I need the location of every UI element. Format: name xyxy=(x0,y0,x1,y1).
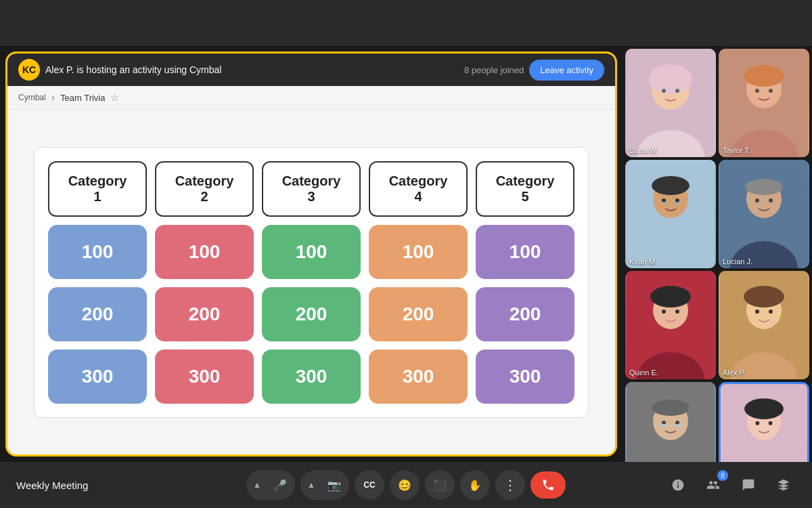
avatar-alex xyxy=(719,271,809,379)
svg-point-9 xyxy=(744,65,784,87)
camera-group: ▲ 📷 xyxy=(300,470,349,500)
avatar-taylor xyxy=(719,49,809,157)
participant-name-lucian: Lucian J. xyxy=(723,257,752,266)
leave-activity-button[interactable]: Leave activity xyxy=(529,60,604,81)
cc-button[interactable]: CC xyxy=(356,471,383,499)
svg-point-29 xyxy=(650,286,691,308)
cymbal-logo-icon: KC xyxy=(18,59,40,81)
score-btn-3-100[interactable]: 100 xyxy=(262,225,361,279)
category-header-5: Category5 xyxy=(476,161,574,217)
category-header-1: Category1 xyxy=(48,161,147,217)
score-btn-2-100[interactable]: 100 xyxy=(155,225,254,279)
cc-group: CC xyxy=(355,470,384,500)
svg-point-3 xyxy=(649,64,692,94)
score-btn-4-200[interactable]: 200 xyxy=(369,287,468,341)
board-container: Category1 Category2 Category3 Category4 … xyxy=(34,147,589,418)
score-btn-5-100[interactable]: 100 xyxy=(476,225,574,279)
svg-point-36 xyxy=(755,310,759,314)
activity-title: Alex P. is hosting an activity using Cym… xyxy=(45,64,459,75)
svg-point-35 xyxy=(744,286,784,308)
svg-point-10 xyxy=(755,89,759,93)
controls: ▲ 🎤 ▲ 📷 CC 😊 ⬛ ✋ ⋮ xyxy=(246,470,566,500)
score-btn-5-200[interactable]: 200 xyxy=(476,287,574,341)
emoji-group: 😊 xyxy=(390,470,420,500)
participant-tile-dana: Dana W. xyxy=(625,49,716,157)
camera-chevron-button[interactable]: ▲ xyxy=(302,475,321,494)
category-header-3: Category3 xyxy=(262,161,361,217)
svg-point-15 xyxy=(652,176,690,195)
avatar-dana xyxy=(625,49,716,157)
svg-point-4 xyxy=(662,89,666,93)
activity-inner: KC Alex P. is hosting an activity using … xyxy=(5,51,617,457)
svg-point-50 xyxy=(755,421,759,425)
chat-button[interactable] xyxy=(736,473,761,497)
main-content: KC Alex P. is hosting an activity using … xyxy=(0,46,812,462)
people-button[interactable]: 8 xyxy=(701,473,725,497)
activity-header: KC Alex P. is hosting an activity using … xyxy=(7,54,615,86)
svg-rect-18 xyxy=(662,202,667,204)
score-btn-4-300[interactable]: 300 xyxy=(369,350,468,404)
svg-rect-44 xyxy=(660,424,667,426)
score-btn-2-200[interactable]: 200 xyxy=(155,287,254,341)
score-btn-2-300[interactable]: 300 xyxy=(155,350,254,404)
participant-tile-tristan: Tristan Y. xyxy=(625,382,716,462)
participant-tile-taylor: Taylor T. xyxy=(719,49,809,157)
svg-point-41 xyxy=(652,400,690,416)
svg-point-30 xyxy=(662,310,666,314)
svg-point-49 xyxy=(744,398,784,419)
meeting-title: Weekly Meeting xyxy=(16,480,246,491)
board-grid: Category1 Category2 Category3 Category4 … xyxy=(48,161,574,404)
tab-cymbal[interactable]: Cymbal xyxy=(18,93,46,102)
mic-group: ▲ 🎤 xyxy=(246,470,295,500)
trivia-board: Category1 Category2 Category3 Category4 … xyxy=(7,110,615,454)
emoji-button[interactable]: 😊 xyxy=(391,471,418,499)
score-btn-1-200[interactable]: 200 xyxy=(48,287,147,341)
raise-hand-button[interactable]: ✋ xyxy=(461,471,489,499)
participant-name-quinn: Quinn E. xyxy=(629,368,658,377)
svg-point-23 xyxy=(745,179,783,195)
svg-rect-45 xyxy=(674,424,681,426)
info-button[interactable] xyxy=(666,473,690,497)
participant-name-kiran: Kiran M. xyxy=(629,257,657,266)
svg-point-37 xyxy=(769,310,773,314)
participant-name-taylor: Taylor T. xyxy=(723,146,750,154)
activities-button[interactable] xyxy=(771,473,796,497)
score-btn-1-300[interactable]: 300 xyxy=(48,350,147,404)
participants-panel: Dana W. Taylor T. xyxy=(623,46,812,462)
activity-tabs: Cymbal › Team Trivia ☆ xyxy=(7,86,615,110)
bottom-bar: Weekly Meeting ▲ 🎤 ▲ 📷 CC 😊 ⬛ ✋ ⋮ xyxy=(0,462,812,508)
score-btn-3-200[interactable]: 200 xyxy=(262,287,361,341)
svg-rect-19 xyxy=(674,202,679,204)
camera-button[interactable]: 📷 xyxy=(321,471,348,499)
tab-team-trivia[interactable]: Team Trivia xyxy=(60,93,105,103)
hand-group: ✋ xyxy=(460,470,490,500)
present-button[interactable]: ⬛ xyxy=(426,471,453,499)
svg-point-31 xyxy=(675,310,679,314)
participant-tile-quinn: Quinn E. xyxy=(625,271,716,379)
mic-chevron-button[interactable]: ▲ xyxy=(248,475,267,494)
category-header-4: Category4 xyxy=(369,161,468,217)
svg-point-51 xyxy=(769,421,773,425)
participant-name-dana: Dana W. xyxy=(629,146,658,154)
star-icon[interactable]: ☆ xyxy=(110,92,119,103)
avatar-lucian xyxy=(719,160,809,268)
right-controls: 8 xyxy=(566,473,796,497)
score-btn-1-100[interactable]: 100 xyxy=(48,225,147,279)
svg-point-11 xyxy=(769,89,773,93)
people-count: 8 people joined xyxy=(464,65,524,75)
end-call-button[interactable] xyxy=(531,471,566,499)
more-button[interactable]: ⋮ xyxy=(497,471,524,499)
mic-button[interactable]: 🎤 xyxy=(267,471,294,499)
svg-point-24 xyxy=(755,198,759,203)
svg-point-25 xyxy=(769,198,773,203)
score-btn-5-300[interactable]: 300 xyxy=(476,350,574,404)
avatar-tristan xyxy=(625,382,716,462)
participant-tile-you: You xyxy=(719,382,809,462)
avatar-kiran xyxy=(625,160,716,268)
more-group: ⋮ xyxy=(495,470,525,500)
svg-point-5 xyxy=(675,89,679,93)
activity-panel: KC Alex P. is hosting an activity using … xyxy=(0,46,623,462)
avatar-you xyxy=(721,384,807,462)
score-btn-4-100[interactable]: 100 xyxy=(369,225,468,279)
score-btn-3-300[interactable]: 300 xyxy=(262,350,361,404)
